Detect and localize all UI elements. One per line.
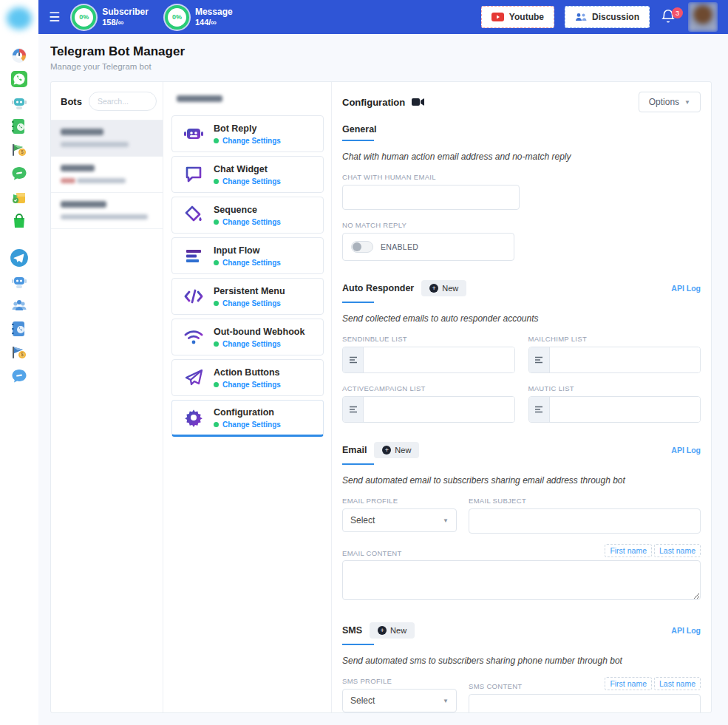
bot-list-item-selected[interactable] [51, 120, 163, 156]
bots-panel: Bots [51, 82, 163, 712]
auto-responder-api-log-link[interactable]: API Log [671, 284, 701, 293]
auto-responder-description: Send collected emails to auto responder … [342, 313, 701, 324]
sms-content-textarea[interactable] [469, 694, 701, 712]
mailchimp-list-input[interactable] [550, 347, 701, 372]
email-api-log-link[interactable]: API Log [671, 446, 701, 455]
chat-bubble-icon [183, 164, 205, 185]
sms-api-log-link[interactable]: API Log [671, 626, 701, 635]
change-settings-link[interactable]: Change Settings [222, 299, 281, 307]
menu-item-bot-reply[interactable]: Bot Reply Change Settings [171, 115, 324, 152]
general-section: General Chat with human action email add… [342, 124, 701, 261]
chat-with-human-email-input[interactable] [342, 185, 520, 210]
whatsapp-bot-icon[interactable] [10, 93, 29, 112]
menu-item-chat-widget[interactable]: Chat Widget Change Settings [171, 156, 324, 193]
robot-icon [183, 123, 205, 144]
email-subject-input[interactable] [469, 508, 701, 534]
email-title: Email [342, 445, 367, 455]
telegram-contacts-icon[interactable] [10, 319, 29, 338]
bot-menu-panel: Bot Reply Change Settings Chat Widget Ch… [163, 82, 332, 712]
whatsapp-icon[interactable] [10, 69, 29, 89]
change-settings-link[interactable]: Change Settings [222, 218, 281, 226]
whatsapp-contacts-icon[interactable] [10, 117, 29, 136]
bot-list-item[interactable] [51, 192, 163, 228]
configuration-title: Configuration [342, 97, 405, 108]
activecampaign-list-input[interactable] [364, 397, 514, 422]
telegram-campaign-icon[interactable]: $ [10, 343, 29, 362]
change-settings-link[interactable]: Change Settings [222, 421, 281, 429]
bots-search-input[interactable] [89, 92, 157, 111]
status-dot [214, 260, 219, 265]
bot-name-redacted [61, 129, 103, 135]
email-profile-select[interactable]: Select▼ [342, 508, 457, 532]
telegram-group-icon[interactable] [10, 296, 29, 315]
activecampaign-list-label: ACTIVECAMPAIGN LIST [342, 384, 515, 392]
menu-item-sequence[interactable]: Sequence Change Settings [171, 197, 324, 234]
bars-icon [183, 245, 205, 266]
user-avatar[interactable] [688, 2, 718, 32]
telegram-bot-icon[interactable] [10, 272, 29, 291]
svg-text:$: $ [21, 149, 24, 155]
list-icon [529, 347, 550, 372]
whatsapp-shop-icon[interactable] [10, 211, 29, 231]
email-new-button[interactable]: + New [374, 442, 419, 458]
sms-new-button[interactable]: + New [370, 622, 415, 639]
status-dot [214, 382, 219, 387]
whatsapp-broadcast-icon[interactable] [10, 188, 29, 207]
discussion-button[interactable]: Discussion [565, 6, 650, 28]
menu-item-outbound-webhook[interactable]: Out-bound Webhook Change Settings [171, 319, 324, 355]
menu-toggle-icon[interactable]: ☰ [49, 11, 60, 24]
email-content-textarea[interactable] [342, 560, 701, 600]
change-settings-link[interactable]: Change Settings [222, 177, 281, 185]
video-camera-icon[interactable] [412, 98, 424, 106]
bot-name-redacted [61, 201, 106, 208]
youtube-button[interactable]: Youtube [481, 6, 554, 28]
sendinblue-list-input[interactable] [364, 347, 514, 372]
email-section: Email + New API Log Send automated email… [342, 442, 701, 603]
status-dot [214, 179, 219, 184]
menu-item-label: Configuration [214, 407, 281, 418]
paper-plane-icon [183, 367, 205, 388]
last-name-token-button[interactable]: Last name [654, 677, 701, 690]
status-dot [214, 219, 219, 225]
enabled-toggle[interactable] [351, 241, 373, 253]
notifications-button[interactable]: 3 [660, 8, 678, 26]
whatsapp-campaign-icon[interactable]: $ [10, 140, 29, 160]
message-stat: 0% Message 144/∞ [165, 5, 233, 30]
change-settings-link[interactable]: Change Settings [222, 340, 281, 348]
bot-list-item[interactable] [51, 156, 163, 192]
code-icon [183, 286, 205, 307]
selected-bot-name-redacted [177, 95, 222, 102]
change-settings-link[interactable]: Change Settings [222, 259, 281, 267]
telegram-icon[interactable] [10, 248, 29, 268]
notification-badge: 3 [672, 7, 683, 18]
paint-bucket-icon [183, 205, 205, 225]
menu-item-configuration[interactable]: Configuration Change Settings [171, 400, 324, 437]
mautic-list-input[interactable] [550, 397, 701, 422]
tab-general[interactable]: General [342, 124, 377, 135]
app-logo[interactable] [7, 7, 32, 30]
sms-profile-label: SMS PROFILE [342, 677, 457, 685]
first-name-token-button[interactable]: First name [605, 544, 652, 557]
whatsapp-chat-icon[interactable] [10, 164, 29, 183]
sms-profile-select[interactable]: Select▼ [342, 689, 457, 712]
first-name-token-button[interactable]: First name [605, 677, 652, 690]
main-content: Telegram Bot Manager Manage your Telegra… [38, 34, 728, 725]
telegram-chat-icon[interactable] [10, 367, 29, 386]
menu-item-action-buttons[interactable]: Action Buttons Change Settings [171, 359, 324, 396]
general-description: Chat with human action email address and… [342, 152, 701, 162]
message-count: 144/∞ [195, 18, 233, 28]
sendinblue-list-label: SENDINBLUE LIST [342, 335, 515, 343]
status-dot [214, 341, 219, 347]
menu-item-label: Out-bound Webhook [214, 327, 305, 337]
last-name-token-button[interactable]: Last name [654, 544, 701, 557]
dashboard-icon[interactable] [10, 46, 29, 65]
menu-item-persistent-menu[interactable]: Persistent Menu Change Settings [171, 278, 324, 315]
options-button[interactable]: Options▼ [639, 92, 701, 112]
change-settings-link[interactable]: Change Settings [222, 137, 281, 145]
subscriber-count: 158/∞ [102, 18, 149, 28]
change-settings-link[interactable]: Change Settings [222, 381, 281, 389]
section-underline [342, 463, 374, 465]
auto-responder-new-button[interactable]: + New [421, 280, 466, 296]
menu-item-input-flow[interactable]: Input Flow Change Settings [171, 237, 324, 274]
mautic-list-label: MAUTIC LIST [528, 384, 701, 392]
